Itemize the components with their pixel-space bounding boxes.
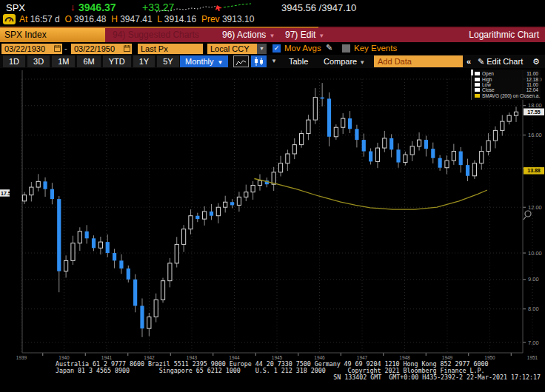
candle-down bbox=[438, 158, 442, 168]
legend-value: 12.18 bbox=[526, 77, 539, 82]
candle-down bbox=[362, 140, 366, 151]
candle-up bbox=[487, 141, 490, 151]
candle-up bbox=[452, 152, 455, 161]
candle-up bbox=[244, 192, 248, 197]
y-axis-label: 16.00 bbox=[528, 132, 542, 138]
intraday-sparkline bbox=[152, 2, 255, 14]
x-axis-label: 1949 bbox=[442, 355, 453, 360]
y-axis-label: 18.00 bbox=[528, 102, 542, 109]
y-axis-label: 7.00 bbox=[528, 339, 539, 346]
currency-select[interactable]: Local CCY bbox=[207, 44, 257, 54]
x-axis-label: 1948 bbox=[399, 355, 410, 360]
legend-label: Low bbox=[482, 82, 491, 87]
period-button-1d[interactable]: 1D bbox=[3, 55, 25, 67]
legend-swatch bbox=[475, 94, 480, 98]
chevron-down-icon: ▼ bbox=[359, 59, 365, 66]
down-arrow-icon: ↓ bbox=[70, 1, 76, 13]
actions-menu[interactable]: 96) Actions▼ bbox=[222, 28, 275, 42]
legend-label: Close bbox=[482, 87, 495, 92]
mov-avgs-checkbox[interactable]: ✓ bbox=[272, 44, 281, 53]
legend-value: n.a. bbox=[532, 93, 541, 98]
suggested-charts-menu[interactable]: 94) Suggested Charts bbox=[113, 28, 199, 42]
terminal-footer: Australia 61 2 9777 8600 Brazil 5511 239… bbox=[0, 360, 545, 392]
period-button-3d[interactable]: 3D bbox=[27, 55, 50, 67]
add-data-input[interactable]: Add Data bbox=[374, 55, 463, 67]
open-value: 3916.48 bbox=[74, 14, 106, 24]
x-axis-label: 1945 bbox=[272, 355, 283, 360]
candle-down bbox=[431, 149, 435, 158]
candle-down bbox=[195, 216, 199, 219]
chart-settings-gear-icon[interactable]: ⚙ bbox=[532, 55, 540, 67]
candle-up bbox=[417, 140, 421, 146]
mov-avgs-label[interactable]: Mov Avgs bbox=[284, 44, 321, 53]
period-button-1y[interactable]: 1Y bbox=[133, 55, 155, 67]
candle-down bbox=[50, 189, 54, 199]
chevron-down-icon: ▼ bbox=[318, 33, 324, 39]
candle-up bbox=[404, 155, 407, 162]
sma-line bbox=[254, 179, 487, 210]
edit-chart-button[interactable]: ✎ Edit Chart bbox=[478, 55, 523, 67]
candle-up bbox=[22, 195, 26, 201]
calendar-icon bbox=[124, 45, 130, 52]
legend-value: 11.00 bbox=[526, 71, 539, 76]
candle-up bbox=[237, 197, 241, 205]
legend-label: Open bbox=[482, 71, 494, 76]
x-axis-label: 1940 bbox=[58, 355, 70, 360]
price-chart-area[interactable]: 20.0018.0016.0014.0012.0010.009.008.007.… bbox=[0, 68, 545, 359]
x-axis-label: 1951 bbox=[527, 355, 538, 360]
candle-up bbox=[292, 145, 296, 154]
pencil-icon: ✎ bbox=[478, 57, 484, 66]
legend-row-close: Close12.04 bbox=[475, 87, 539, 92]
candle-down bbox=[127, 268, 130, 280]
period-button-ytd[interactable]: YTD bbox=[103, 55, 131, 67]
high-label: H bbox=[111, 14, 118, 24]
period-button-6m[interactable]: 6M bbox=[77, 55, 100, 67]
zoom-magnifier-icon[interactable] bbox=[524, 211, 531, 220]
candle-up bbox=[78, 232, 81, 243]
footer-session-info: SN 133402 GMT GMT+0:00 H435-2392-2 22-Ma… bbox=[333, 374, 541, 381]
x-axis-label: 1943 bbox=[187, 355, 198, 360]
candle-down bbox=[466, 165, 469, 176]
chart-style-dropdown-arrow[interactable]: ▼ bbox=[271, 55, 277, 67]
date-to-input[interactable]: 03/22/1950 bbox=[71, 44, 132, 54]
candle-up bbox=[216, 207, 220, 215]
frequency-select[interactable]: Monthly▼ bbox=[180, 55, 228, 67]
candle-chart-style-button[interactable] bbox=[251, 55, 267, 67]
candle-up bbox=[299, 134, 303, 145]
candle-up bbox=[154, 300, 158, 317]
chart-legend[interactable]: Open11.00High12.18Low11.00Close12.04SMAV… bbox=[471, 70, 541, 100]
bloomberg-terminal-window: SPX ↓ 3946.37 +33.27 3945.56 /3947.10 At… bbox=[0, 0, 545, 392]
prev-value: 3913.10 bbox=[222, 14, 254, 24]
period-button-5y[interactable]: 5Y bbox=[157, 55, 178, 67]
mov-avgs-edit-pencil-icon[interactable]: ✎ bbox=[326, 43, 332, 53]
candle-down bbox=[57, 199, 61, 271]
price-field-select[interactable]: Last Px bbox=[138, 44, 203, 54]
calendar-icon bbox=[54, 45, 61, 52]
date-from-input[interactable]: 03/22/1930 bbox=[1, 44, 62, 54]
security-field[interactable]: SPX Index bbox=[0, 28, 105, 42]
currency-dropdown-arrow[interactable]: ▼ bbox=[257, 44, 267, 54]
candle-up bbox=[147, 317, 151, 328]
edit-menu[interactable]: 97) Edit▼ bbox=[285, 28, 324, 42]
candle-up bbox=[251, 185, 255, 192]
legend-drag-handle[interactable] bbox=[471, 70, 473, 75]
line-chart-style-button[interactable] bbox=[233, 55, 249, 67]
candle-up bbox=[189, 216, 193, 229]
y-axis-label: 12.00 bbox=[528, 204, 542, 211]
chart-toolbar: 1D3D1M6MYTD1Y5YMax Monthly▼ ▼ Table Comp… bbox=[0, 55, 545, 68]
last-price-tag-text: 17.55 bbox=[527, 109, 541, 115]
candle-down bbox=[85, 232, 89, 238]
candle-up bbox=[175, 244, 178, 263]
candle-down bbox=[210, 212, 213, 216]
table-button[interactable]: Table bbox=[289, 55, 308, 67]
period-button-1m[interactable]: 1M bbox=[52, 55, 75, 67]
last-price: 3946.37 bbox=[78, 1, 116, 13]
candle-up bbox=[480, 152, 484, 163]
collapse-panel-button[interactable]: « bbox=[467, 55, 471, 67]
candle-down bbox=[43, 181, 47, 189]
candle-down bbox=[133, 280, 137, 306]
key-events-label[interactable]: Key Events bbox=[354, 44, 397, 53]
compare-button[interactable]: Compare ▼ bbox=[324, 55, 365, 67]
open-label: O bbox=[64, 14, 71, 24]
key-events-checkbox[interactable] bbox=[342, 44, 350, 53]
